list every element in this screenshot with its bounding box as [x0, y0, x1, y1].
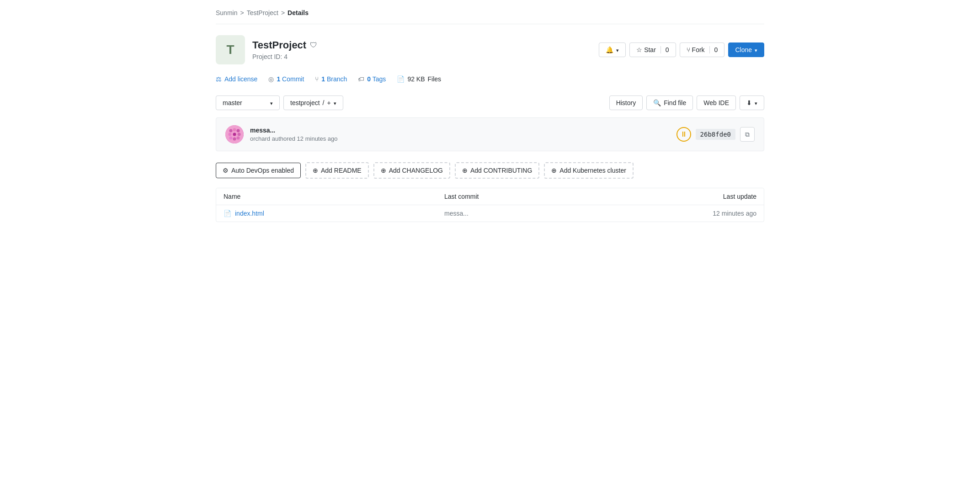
- column-name: Name: [224, 193, 444, 200]
- add-changelog-button[interactable]: ⊕ Add CHANGELOG: [373, 162, 450, 179]
- fork-icon: ⑂: [687, 46, 690, 53]
- fork-label: Fork: [692, 46, 705, 53]
- clone-chevron-icon: [755, 46, 757, 53]
- branch-count-link[interactable]: 1 Branch: [321, 75, 347, 83]
- bell-icon: 🔔: [606, 46, 613, 53]
- fork-button[interactable]: ⑂ Fork: [687, 46, 705, 53]
- pipeline-status-icon[interactable]: ⏸: [676, 127, 691, 142]
- add-contributing-button[interactable]: ⊕ Add CONTRIBUTING: [455, 162, 539, 179]
- chevron-down-icon: [616, 46, 619, 53]
- project-id: Project ID: 4: [252, 53, 317, 60]
- pause-icon: ⏸: [680, 130, 687, 138]
- add-kubernetes-button[interactable]: ⊕ Add Kubernetes cluster: [544, 162, 634, 179]
- add-contributing-icon: ⊕: [462, 167, 468, 174]
- path-name: testproject: [290, 99, 320, 106]
- svg-point-8: [233, 138, 236, 141]
- stat-license: ⚖ Add license: [216, 75, 257, 83]
- branch-left: master testproject / +: [216, 95, 343, 110]
- breadcrumb-sep-2: >: [281, 9, 285, 16]
- breadcrumb-testproject[interactable]: TestProject: [247, 9, 278, 16]
- license-icon: ⚖: [216, 75, 222, 83]
- file-size: 92 KB: [407, 75, 425, 83]
- star-button-group: ☆ Star 0: [629, 42, 676, 57]
- star-count: 0: [666, 46, 669, 53]
- stat-branches: ⑂ 1 Branch: [315, 75, 347, 83]
- stat-tags: 🏷 0 Tags: [358, 75, 386, 83]
- project-actions: 🔔 ☆ Star 0 ⑂ Fork 0 Clone: [599, 42, 764, 57]
- svg-point-9: [237, 137, 240, 140]
- shield-icon: 🛡: [310, 41, 317, 49]
- file-commit-text: messa...: [444, 210, 665, 217]
- file-table: Name Last commit Last update 📄 index.htm…: [216, 188, 764, 222]
- branch-selector[interactable]: master: [216, 95, 280, 110]
- add-kubernetes-label: Add Kubernetes cluster: [559, 167, 626, 174]
- path-chevron-icon: [334, 99, 336, 106]
- breadcrumb: Sunmin > TestProject > Details: [216, 9, 764, 24]
- star-button[interactable]: ☆ Star: [636, 46, 656, 53]
- download-chevron-icon: [755, 99, 757, 106]
- commit-message: messa...: [250, 127, 338, 134]
- star-label: Star: [644, 46, 656, 53]
- svg-point-2: [233, 128, 236, 132]
- svg-point-1: [229, 129, 233, 133]
- branch-right: History 🔍 Find file Web IDE ⬇: [609, 95, 764, 110]
- branch-name: master: [223, 99, 242, 106]
- file-label: Files: [428, 75, 442, 83]
- file-name-text: index.html: [235, 210, 264, 217]
- copy-hash-button[interactable]: ⧉: [740, 127, 755, 142]
- notifications-button[interactable]: 🔔: [599, 42, 626, 57]
- fork-button-group: ⑂ Fork 0: [680, 42, 725, 57]
- tag-count: 0: [367, 75, 371, 83]
- search-icon: 🔍: [653, 99, 661, 106]
- add-contributing-label: Add CONTRIBUTING: [470, 167, 532, 174]
- path-separator: /: [323, 99, 325, 106]
- stat-files: 📄 92 KB Files: [397, 75, 441, 83]
- project-info: T TestProject 🛡 Project ID: 4: [216, 35, 317, 64]
- stat-commits: ◎ 1 Commit: [268, 75, 304, 83]
- add-kubernetes-icon: ⊕: [551, 167, 557, 174]
- breadcrumb-sep-1: >: [240, 9, 244, 16]
- add-changelog-icon: ⊕: [381, 167, 386, 174]
- commit-count-link[interactable]: 1 Commit: [277, 75, 304, 83]
- file-icon: 📄: [224, 210, 231, 217]
- commit-hash: 26b8fde0: [696, 129, 735, 140]
- add-license-link[interactable]: Add license: [224, 75, 257, 83]
- file-link[interactable]: 📄 index.html: [224, 210, 444, 217]
- add-readme-icon: ⊕: [313, 167, 318, 174]
- add-readme-button[interactable]: ⊕ Add README: [305, 162, 369, 179]
- find-file-button[interactable]: 🔍 Find file: [646, 95, 693, 110]
- commit-right: ⏸ 26b8fde0 ⧉: [676, 127, 755, 142]
- svg-point-4: [229, 133, 232, 136]
- column-last-update: Last update: [665, 193, 756, 200]
- table-row: 📄 index.html messa... 12 minutes ago: [216, 205, 764, 222]
- project-name: TestProject: [252, 39, 306, 51]
- tag-icon: 🏷: [358, 75, 364, 83]
- web-ide-button[interactable]: Web IDE: [697, 95, 736, 110]
- gear-icon: ⚙: [223, 167, 229, 174]
- add-readme-label: Add README: [321, 167, 362, 174]
- commit-count: 1: [277, 75, 280, 83]
- clone-label: Clone: [735, 46, 752, 53]
- tag-count-link[interactable]: 0 Tags: [367, 75, 386, 83]
- download-button[interactable]: ⬇: [740, 95, 764, 110]
- auto-devops-button[interactable]: ⚙ Auto DevOps enabled: [216, 163, 301, 178]
- file-table-header: Name Last commit Last update: [216, 188, 764, 205]
- project-avatar: T: [216, 35, 245, 64]
- commit-box: messa... orchard authored 12 minutes ago…: [216, 117, 764, 151]
- add-changelog-label: Add CHANGELOG: [389, 167, 443, 174]
- copy-icon: ⧉: [745, 131, 750, 138]
- star-icon: ☆: [636, 46, 642, 53]
- svg-point-3: [237, 129, 240, 133]
- auto-devops-label: Auto DevOps enabled: [231, 167, 294, 174]
- path-box[interactable]: testproject / +: [283, 95, 343, 110]
- clone-button[interactable]: Clone: [728, 42, 764, 57]
- column-last-commit: Last commit: [444, 193, 665, 200]
- branch-count: 1: [321, 75, 325, 83]
- avatar: [225, 125, 244, 143]
- file-date: 12 minutes ago: [665, 210, 756, 217]
- history-button[interactable]: History: [609, 95, 643, 110]
- breadcrumb-sunmin[interactable]: Sunmin: [216, 9, 237, 16]
- action-buttons: ⚙ Auto DevOps enabled ⊕ Add README ⊕ Add…: [216, 162, 764, 179]
- commit-icon: ◎: [268, 75, 274, 83]
- breadcrumb-current: Details: [288, 9, 309, 16]
